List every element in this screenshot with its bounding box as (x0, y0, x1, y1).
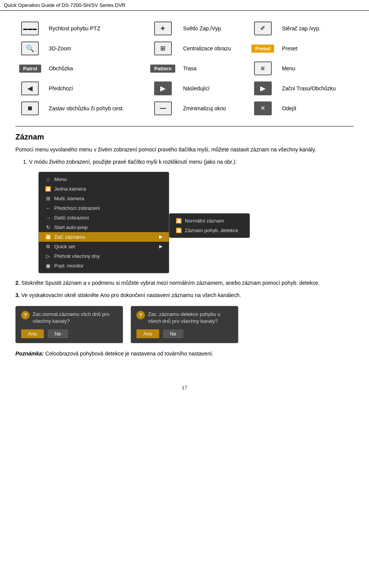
section-title: Záznam (15, 133, 354, 141)
label-centralizace: Centralizace obrazu (179, 38, 248, 58)
note-label: Poznámka: (15, 350, 44, 357)
camera-multi-icon: ⊞ (45, 196, 51, 201)
table-row: Patrol Obchůzka Pattern Trasa ≡ Menu (15, 58, 354, 78)
submenu-item-label: Normální záznam (185, 218, 224, 224)
rec-motion-icon: 🎦 (176, 228, 182, 233)
icon-cell-exit: ✕ (248, 98, 278, 118)
icon-cell-patrol: Patrol (15, 58, 45, 78)
dialogs-row: ? Zac.normal.záznamu všch dnů pro všechn… (15, 306, 354, 343)
menu-item-label: Start auto-prep. (54, 224, 89, 230)
rec-normal-icon: 🎦 (176, 218, 182, 224)
label-predchozi: Předchozí (45, 78, 146, 98)
page-footer: 17 (0, 377, 369, 398)
menu-item-quick-set: ⚙ Quick set ▶ (39, 242, 169, 251)
icon-cell-zoom: 🔍 (15, 38, 45, 58)
play-icon: ▷ (45, 253, 51, 259)
monitor-icon: ▣ (45, 263, 51, 269)
icon-cell-stop: ⏹ (15, 98, 45, 118)
icon-cell-next: ▶ (146, 78, 179, 98)
page-number: 17 (182, 385, 187, 390)
arrow-icon-qs: ▶ (159, 244, 163, 249)
patrol-button: Patrol (19, 65, 41, 73)
label-menu: Menu (278, 58, 354, 78)
icon-cell-menu: ≡ (248, 58, 278, 78)
step2-content: Stiskněte Spustit záznam a v podmenu si … (22, 280, 320, 286)
gear-icon: ⚙ (45, 244, 51, 249)
menu-item-zac-zaznamu: 🎦 ZaC záznamu ▶ (39, 232, 169, 242)
label-exit: Odejít (278, 98, 354, 118)
menu-item-label: Předchozí zobrazení (54, 205, 100, 211)
submenu-item-label: Záznam pohyb. detekce (185, 228, 238, 233)
label-rychlost: Rychlost pohybu PTZ (45, 18, 146, 38)
minimize-icon: — (154, 101, 172, 115)
menu-item-label: Další zobrazení (54, 215, 89, 221)
dialog-1-no-button[interactable]: Ne (48, 329, 68, 338)
dialog-2-no-button[interactable]: Ne (163, 329, 183, 338)
table-row: 🔍 3D-Zoom ⊞ Centralizace obrazu Preset P… (15, 38, 354, 58)
note-text: Poznámka: Celoobrazová pohybová detekce … (15, 349, 354, 358)
menu-screenshot-wrapper: ⌂ Menu 🎦 Jedna kamera ⊞ Multi. kamera ← … (38, 172, 261, 273)
next-icon: ▶ (154, 81, 172, 95)
menu-item-label: Multi. kamera (54, 196, 84, 201)
menu-item-menu: ⌂ Menu (39, 174, 169, 184)
menu-item-jedna-kamera: 🎦 Jedna kamera (39, 184, 169, 194)
label-sterac: Stěrač zap./vyp. (278, 18, 354, 38)
page-header: Quick Operation Guide of DS-7200-SH/SV S… (0, 0, 369, 11)
icon-cell-prev: ◀ (15, 78, 45, 98)
dialog-1-buttons: Ano Ne (21, 329, 117, 338)
next-view-icon: → (45, 215, 51, 221)
prev-icon: ◀ (21, 81, 39, 95)
label-nasledujici: Následující (179, 78, 248, 98)
menu-item-label: Popl. monitor (54, 263, 84, 269)
menu-screenshot: ⌂ Menu 🎦 Jedna kamera ⊞ Multi. kamera ← … (38, 172, 169, 273)
dialog-1-yes-button[interactable]: Ano (21, 329, 44, 338)
submenu-item-normal: 🎦 Normální záznam (170, 216, 249, 226)
zoom-icon: 🔍 (21, 42, 39, 55)
menu-item-dalsi-zobrazeni: → Další zobrazení (39, 213, 169, 223)
menu-item-prerhrat-dny: ▷ Přehrát všechny dny (39, 251, 169, 261)
icon-cell-start: ▶ (248, 78, 278, 98)
section-divider (15, 126, 354, 126)
dialog-2: ? Zac. záznamu detekce pohybu u všech dn… (131, 306, 238, 343)
menu-icon: ≡ (254, 61, 272, 75)
camera-single-icon: 🎦 (45, 186, 51, 192)
dialog-1-text: Zac.normal.záznamu všch dnů pro všechny … (33, 311, 117, 325)
step3-label: 3. (15, 292, 22, 298)
step3-text: 3. Ve vyskakovacím okně stiskněte Ano pr… (15, 291, 354, 299)
menu-item-label: Jedna kamera (54, 186, 86, 192)
menu-item-label: Přehrát všechny dny (54, 253, 100, 259)
label-zoom: 3D-Zoom (45, 38, 146, 58)
label-minimize: Zminimalizuj okno (179, 98, 248, 118)
menu-item-multi-kamera: ⊞ Multi. kamera (39, 194, 169, 203)
section-intro: Pomocí menu vyvolaného menu v živém zobr… (15, 145, 354, 154)
note-content: Celoobrazová pohybová detekce je nastave… (45, 350, 213, 357)
prev-view-icon: ← (45, 205, 51, 211)
step1-text: 1. V módu živého zobrazení, použijte pra… (23, 158, 354, 166)
menu-item-predchozi-zobrazeni: ← Předchozí zobrazení (39, 203, 169, 213)
dialog-2-buttons: Ano Ne (136, 329, 233, 338)
label-svetlo: Světlo Zap./Vyp. (179, 18, 248, 38)
icon-cell-sun: ✦ (146, 18, 179, 38)
step3-content: Ve vyskakovacím okně stiskněte Ano pro d… (22, 292, 241, 298)
label-trasa: Trasa (179, 58, 248, 78)
rec-icon: 🎦 (45, 234, 51, 240)
ptz-table: ▬▬▬ Rychlost pohybu PTZ ✦ Světlo Zap./Vy… (15, 18, 354, 118)
table-row: ◀ Předchozí ▶ Následující ▶ Začni Trasu/… (15, 78, 354, 98)
submenu: 🎦 Normální záznam 🎦 Záznam pohyb. detekc… (169, 213, 250, 238)
arrow-icon: ▶ (159, 234, 163, 239)
menu-item-popl-monitor: ▣ Popl. monitor (39, 261, 169, 271)
sun-icon: ✦ (154, 22, 172, 35)
menu-item-label: ZaC záznamu (54, 234, 85, 240)
dialog-2-header: ? Zac. záznamu detekce pohybu u všech dn… (136, 311, 233, 325)
label-preset: Preset (278, 38, 354, 58)
stop-icon: ⏹ (21, 101, 39, 115)
step2-text: 2. Stiskněte Spustit záznam a v podmenu … (15, 279, 354, 287)
menu-item-label: Menu (54, 176, 67, 182)
icon-cell-center: ⊞ (146, 38, 179, 58)
icon-cell-pattern: Pattern (146, 58, 179, 78)
page-title: Quick Operation Guide of DS-7200-SH/SV S… (4, 2, 125, 8)
dialog-2-icon: ? (136, 311, 145, 319)
table-row: ⏹ Zastav obchůzku či pohyb cest. — Zmini… (15, 98, 354, 118)
label-zastav: Zastav obchůzku či pohyb cest. (45, 98, 146, 118)
dialog-2-yes-button[interactable]: Ano (136, 329, 159, 338)
